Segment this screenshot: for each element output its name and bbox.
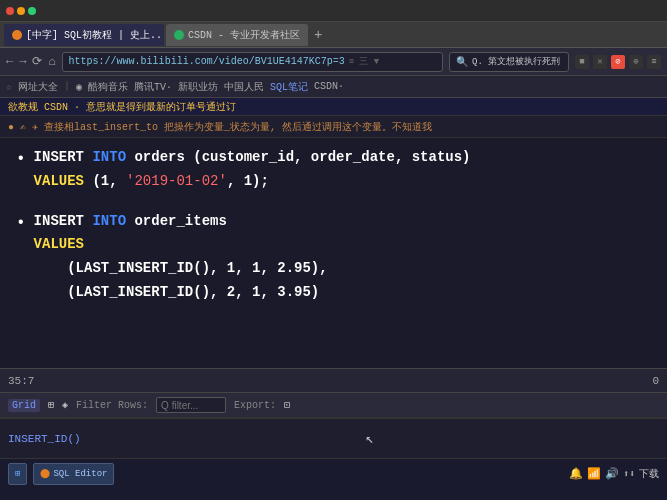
grid-label: Grid <box>8 399 40 412</box>
mouse-cursor-icon: ↖ <box>366 430 374 447</box>
code-row-2-3: (LAST_INSERT_ID(), 1, 1, 2.95), <box>34 257 328 281</box>
taskbar-sys-icon-4: ⬆⬇ <box>623 468 635 480</box>
grid-icon-1[interactable]: ⊞ <box>48 399 54 411</box>
taskbar-sys-icon-3: 🔊 <box>605 467 619 480</box>
editor-area: • INSERT INTO orders (customer_id, order… <box>0 138 667 368</box>
result-column-label: INSERT_ID() <box>8 433 81 445</box>
result-cursor-area: ↖ <box>81 430 659 447</box>
code-block-2-content: INSERT INTO order_items VALUES (LAST_INS… <box>34 210 328 305</box>
new-tab-button[interactable]: + <box>310 27 326 43</box>
tab-label-sql: [中字] SQL初教程 | 史上... <box>26 28 164 42</box>
bookmarks-bar: ☆ 网址大全 | ◉ 酷狗音乐 腾讯TV· 新职业坊 中国人民 SQL笔记 CS… <box>0 76 667 98</box>
code-row-2-4: (LAST_INSERT_ID(), 2, 1, 3.95) <box>34 281 328 305</box>
status-right-value: 0 <box>652 375 659 387</box>
status-bar-right: 0 <box>652 375 659 387</box>
notification-text: 欲教规 CSDN · 意思就是得到最新的订单号通过订 <box>8 100 236 114</box>
orders-clause: orders (customer_id, order_date, status) <box>126 146 470 170</box>
url-text: https://www.bilibili.com/video/BV1UE4147… <box>69 56 345 67</box>
tab-csdn[interactable]: CSDN - 专业开发者社区 <box>166 24 308 46</box>
code-block-1-content: INSERT INTO orders (customer_id, order_d… <box>34 146 471 194</box>
browser-top-bar <box>0 0 667 22</box>
browser-icon-4[interactable]: ⊕ <box>629 55 643 69</box>
search-icon: 🔍 <box>456 56 468 68</box>
editor-annotation: ● ✍ ✈ 查接相last_insert_to 把操作为变量_状态为量, 然后通… <box>8 120 432 134</box>
taskbar-app-label-1: SQL Editor <box>53 469 107 479</box>
bookmark-xinzhiye[interactable]: 新职业坊 <box>178 80 218 94</box>
values-kw-2: VALUES <box>34 233 84 257</box>
browser-icon-2[interactable]: ✕ <box>593 55 607 69</box>
bookmark-csdn[interactable]: CSDN· <box>314 81 344 92</box>
editor-header: ● ✍ ✈ 查接相last_insert_to 把操作为变量_状态为量, 然后通… <box>0 116 667 138</box>
browser-icon-1[interactable]: ■ <box>575 55 589 69</box>
browser-icon-3[interactable]: ⊘ <box>611 55 625 69</box>
url-hint: ≡ 三 ▼ <box>349 55 380 68</box>
bullet-2: • <box>16 210 26 237</box>
code-row-2-1: INSERT INTO order_items <box>34 210 328 234</box>
windows-icon: ⊞ <box>15 468 20 479</box>
code-block-1: • INSERT INTO orders (customer_id, order… <box>16 146 651 194</box>
grid-icon-2[interactable]: ◈ <box>62 399 68 411</box>
code-row-1-1: INSERT INTO orders (customer_id, order_d… <box>34 146 471 170</box>
export-icon[interactable]: ⊡ <box>284 399 290 411</box>
cursor-position: 35:7 <box>8 375 34 387</box>
refresh-button[interactable]: ⟳ <box>32 54 42 69</box>
tab-bar: [中字] SQL初教程 | 史上... CSDN - 专业开发者社区 + <box>0 22 667 48</box>
export-label: Export: <box>234 400 276 411</box>
order-items-clause: order_items <box>126 210 227 234</box>
taskbar-time: 下载 <box>639 467 659 481</box>
address-bar: ← → ⟳ ⌂ https://www.bilibili.com/video/B… <box>0 48 667 76</box>
search-value: Q. 第文想被执行死刑 <box>472 55 560 68</box>
result-area: INSERT_ID() ↖ <box>0 418 667 458</box>
last-insert-line-2: (LAST_INSERT_ID(), 2, 1, 3.95) <box>34 281 320 305</box>
tab-favicon-sql <box>12 30 22 40</box>
into-kw-1: INTO <box>92 146 126 170</box>
url-input[interactable]: https://www.bilibili.com/video/BV1UE4147… <box>62 52 443 72</box>
code-row-2-2: VALUES <box>34 233 328 257</box>
tab-favicon-csdn <box>174 30 184 40</box>
insert-kw-1: INSERT <box>34 146 93 170</box>
bookmark-wangzhi[interactable]: 网址大全 <box>18 80 58 94</box>
values-open-1: (1, <box>84 170 126 194</box>
bookmarks-icon: ☆ <box>6 81 12 93</box>
taskbar-app-1[interactable]: ⬤ SQL Editor <box>33 463 114 485</box>
bookmark-kugou[interactable]: ◉ 酷狗音乐 <box>76 80 128 94</box>
taskbar-start[interactable]: ⊞ <box>8 463 27 485</box>
bookmark-zhongguo[interactable]: 中国人民 <box>224 80 264 94</box>
browser-search-input[interactable]: 🔍 Q. 第文想被执行死刑 <box>449 52 569 72</box>
filter-label: Filter Rows: <box>76 400 148 411</box>
windows-taskbar: ⊞ ⬤ SQL Editor 🔔 📶 🔊 ⬆⬇ 下载 <box>0 458 667 488</box>
grid-toolbar: Grid ⊞ ◈ Filter Rows: Export: ⊡ <box>0 392 667 418</box>
filter-rows-input[interactable] <box>156 397 226 413</box>
taskbar-right: 🔔 📶 🔊 ⬆⬇ 下载 <box>569 467 659 481</box>
status-bar: 35:7 0 <box>0 368 667 392</box>
browser-icon-5[interactable]: ≡ <box>647 55 661 69</box>
code-block-2: • INSERT INTO order_items VALUES (LAST_I… <box>16 210 651 305</box>
back-button[interactable]: ← <box>6 55 13 69</box>
spacer-1 <box>16 196 651 210</box>
taskbar-sys-icon-2: 📶 <box>587 467 601 480</box>
browser-toolbar: ■ ✕ ⊘ ⊕ ≡ <box>575 55 661 69</box>
bullet-1: • <box>16 146 26 173</box>
bookmark-sql[interactable]: SQL笔记 <box>270 80 308 94</box>
last-insert-line-1: (LAST_INSERT_ID(), 1, 1, 2.95), <box>34 257 328 281</box>
into-kw-2: INTO <box>92 210 126 234</box>
tab-label-csdn: CSDN - 专业开发者社区 <box>188 28 300 42</box>
home-button[interactable]: ⌂ <box>48 55 55 69</box>
values-kw-1: VALUES <box>34 170 84 194</box>
taskbar-sys-icon-1: 🔔 <box>569 467 583 480</box>
insert-kw-2: INSERT <box>34 210 93 234</box>
bookmark-tengxun[interactable]: 腾讯TV· <box>134 80 172 94</box>
forward-button[interactable]: → <box>19 55 26 69</box>
date-string-1: '2019-01-02' <box>126 170 227 194</box>
values-close-1: , 1); <box>227 170 269 194</box>
tab-sql[interactable]: [中字] SQL初教程 | 史上... <box>4 24 164 46</box>
taskbar-app-icon-1: ⬤ <box>40 468 50 479</box>
notification-bar: 欲教规 CSDN · 意思就是得到最新的订单号通过订 <box>0 98 667 116</box>
code-row-1-2: VALUES (1, '2019-01-02' , 1); <box>34 170 471 194</box>
